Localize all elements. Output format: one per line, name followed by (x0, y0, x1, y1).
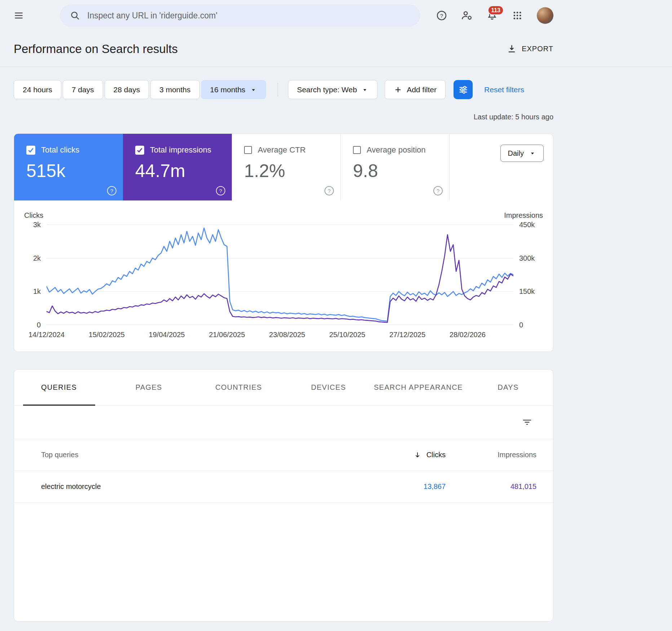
metric-label: Average position (367, 145, 426, 155)
tune-icon (458, 85, 468, 95)
help-icon[interactable]: ? (324, 186, 334, 195)
metric-value: 44.7m (135, 160, 232, 181)
last-update-text: Last update: 5 hours ago (0, 113, 672, 121)
table-row[interactable]: electric motorcycle 13,867 481,015 (14, 471, 553, 503)
filter-divider (278, 83, 278, 97)
search-icon (70, 10, 80, 21)
page-header: Performance on Search results EXPORT (0, 31, 672, 67)
metric-label: Average CTR (258, 145, 306, 155)
reset-filters-link[interactable]: Reset filters (484, 85, 524, 94)
user-settings-button[interactable] (461, 10, 473, 21)
plus-icon (394, 85, 402, 94)
help-icon[interactable]: ? (433, 186, 443, 195)
range-chip-7-days[interactable]: 7 days (63, 80, 103, 99)
column-header-clicks[interactable]: Clicks (381, 451, 446, 459)
help-icon[interactable]: ? (107, 186, 116, 195)
search-input[interactable] (87, 11, 410, 21)
checkbox-unchecked-icon[interactable] (244, 146, 252, 154)
chart-plot-area[interactable] (47, 225, 513, 325)
table-filter-icon[interactable] (522, 417, 532, 427)
tab-days[interactable]: DAYS (463, 370, 553, 405)
page-title: Performance on Search results (14, 42, 178, 56)
export-label: EXPORT (522, 45, 553, 53)
total-clicks-card[interactable]: Total clicks 515k ? (14, 134, 123, 200)
filter-settings-button[interactable] (454, 80, 473, 99)
dimension-tabs: QUERIES PAGES COUNTRIES DEVICES SEARCH A… (14, 370, 553, 406)
apps-button[interactable] (512, 10, 523, 21)
tab-pages[interactable]: PAGES (104, 370, 194, 405)
right-axis-title: Impressions (504, 211, 543, 220)
tab-search-appearance[interactable]: SEARCH APPEARANCE (373, 370, 463, 405)
export-button[interactable]: EXPORT (507, 44, 553, 54)
average-position-card[interactable]: Average position 9.8 ? (341, 134, 450, 200)
impressions-line (47, 235, 513, 322)
checkbox-checked-icon[interactable] (26, 146, 35, 155)
average-ctr-card[interactable]: Average CTR 1.2% ? (232, 134, 341, 200)
menu-button[interactable] (14, 10, 24, 21)
impressions-cell: 481,015 (446, 482, 553, 491)
chevron-down-icon (361, 86, 368, 93)
performance-card: Total clicks 515k ? Total impressions 44… (14, 133, 553, 352)
hamburger-icon (14, 10, 24, 21)
header-divider (0, 67, 672, 67)
metric-label: Total impressions (150, 145, 211, 155)
tab-queries[interactable]: QUERIES (14, 370, 104, 405)
x-axis-ticks: 14/12/2024 15/02/2025 19/04/2025 21/06/2… (47, 325, 513, 342)
checkbox-unchecked-icon[interactable] (353, 146, 361, 154)
topbar: ? 113 (0, 0, 672, 31)
metric-label: Total clicks (41, 145, 79, 155)
clicks-cell: 13,867 (424, 482, 446, 491)
metric-row-spacer: Daily (450, 134, 553, 200)
range-chip-24-hours[interactable]: 24 hours (14, 80, 61, 99)
tab-countries[interactable]: COUNTRIES (194, 370, 283, 405)
checkbox-checked-icon[interactable] (135, 146, 144, 155)
query-cell[interactable]: electric motorcycle (14, 482, 381, 491)
notification-badge: 113 (488, 5, 504, 15)
column-header-impressions[interactable]: Impressions (446, 451, 553, 459)
left-axis-title: Clicks (24, 211, 43, 220)
chevron-down-icon (250, 86, 257, 93)
apps-grid-icon (512, 10, 522, 21)
performance-chart-svg (47, 225, 513, 325)
tab-devices[interactable]: DEVICES (284, 370, 373, 405)
range-chip-28-days[interactable]: 28 days (105, 80, 149, 99)
avatar[interactable] (537, 7, 553, 24)
help-icon[interactable]: ? (216, 186, 225, 195)
table-filter-row (14, 406, 553, 439)
add-filter-button[interactable]: Add filter (385, 80, 446, 99)
left-axis-ticks: 3k 2k 1k 0 (23, 225, 47, 325)
range-chip-16-months[interactable]: 16 months (201, 80, 266, 99)
metric-value: 9.8 (353, 160, 449, 181)
svg-text:?: ? (440, 13, 443, 19)
help-icon: ? (436, 10, 447, 21)
metric-value: 1.2% (244, 160, 340, 181)
clicks-line (47, 228, 513, 321)
right-axis-ticks: 450k 300k 150k 0 (513, 225, 544, 325)
dimensions-table-card: QUERIES PAGES COUNTRIES DEVICES SEARCH A… (14, 369, 553, 622)
notifications-button[interactable]: 113 (486, 10, 498, 21)
performance-chart: Clicks Impressions 3k 2k 1k 0 (14, 200, 553, 352)
column-header-queries[interactable]: Top queries (14, 451, 381, 459)
metric-value: 515k (26, 160, 123, 181)
total-impressions-card[interactable]: Total impressions 44.7m ? (123, 134, 232, 200)
granularity-dropdown[interactable]: Daily (500, 145, 544, 162)
download-icon (507, 44, 517, 54)
sort-desc-icon (414, 451, 421, 459)
metric-cards: Total clicks 515k ? Total impressions 44… (14, 134, 553, 200)
chevron-down-icon (529, 150, 536, 157)
url-inspect-search[interactable] (60, 4, 420, 27)
user-gear-icon (461, 10, 473, 21)
range-chip-3-months[interactable]: 3 months (150, 80, 199, 99)
help-button[interactable]: ? (436, 10, 447, 21)
table-header-row: Top queries Clicks Impressions (14, 439, 553, 471)
filter-bar: 24 hours 7 days 28 days 3 months 16 mont… (0, 80, 672, 99)
search-type-dropdown[interactable]: Search type: Web (288, 80, 378, 99)
